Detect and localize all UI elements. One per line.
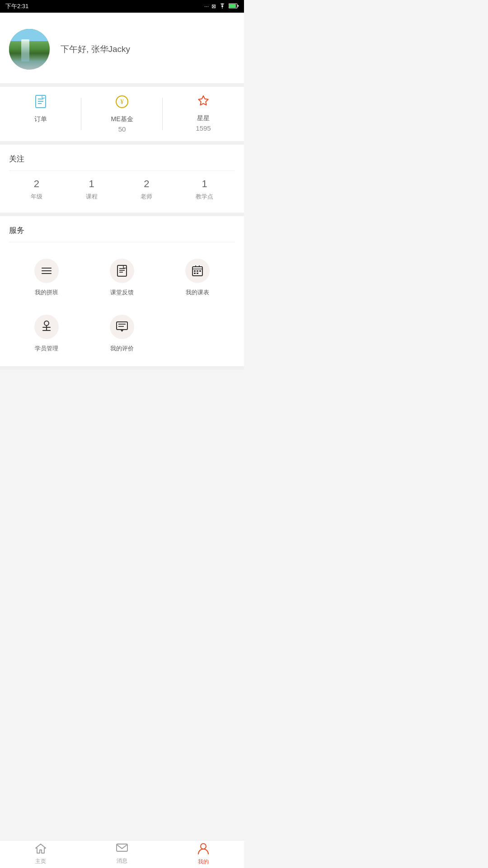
- service-feedback[interactable]: 课堂反馈: [84, 250, 160, 306]
- feedback-label: 课堂反馈: [110, 288, 134, 297]
- teacher-label: 老师: [141, 193, 152, 201]
- feedback-icon: [117, 265, 127, 277]
- svg-rect-2: [238, 5, 239, 7]
- feedback-icon-wrap: [110, 259, 134, 283]
- battery-icon: [229, 3, 239, 10]
- schedule-icon-wrap: [185, 259, 210, 283]
- fund-value: 50: [118, 125, 126, 133]
- bottom-spacer: [0, 370, 244, 401]
- status-time: 下午2:31: [5, 2, 28, 10]
- grade-count: 2: [34, 178, 39, 190]
- service-pinban[interactable]: 我的拼班: [9, 250, 84, 306]
- order-icon: [34, 95, 47, 112]
- greeting-text: 下午好, 张华Jacky: [61, 43, 130, 55]
- stats-row: 订单 ¥ ME基金 50 星星 1595: [0, 83, 244, 141]
- student-icon-wrap: [34, 315, 59, 339]
- school-count: 1: [202, 178, 207, 190]
- svg-rect-30: [117, 322, 127, 330]
- student-label: 学员管理: [35, 344, 58, 353]
- student-icon: [41, 321, 52, 333]
- service-schedule[interactable]: 我的课表: [160, 250, 235, 306]
- star-label: 星星: [197, 114, 210, 123]
- follow-title: 关注: [9, 154, 235, 164]
- stat-fund[interactable]: ¥ ME基金 50: [81, 87, 163, 141]
- sim-icon: ⊠: [211, 3, 216, 9]
- svg-rect-20: [194, 270, 196, 272]
- grade-label: 年级: [31, 193, 42, 201]
- service-grid: 我的拼班 课堂反馈: [9, 250, 235, 362]
- svg-rect-23: [194, 273, 196, 274]
- dots-icon: ···: [204, 3, 209, 9]
- divider-2: [0, 212, 244, 216]
- avatar[interactable]: [9, 29, 50, 70]
- star-icon: [197, 95, 210, 111]
- school-label: 教学点: [196, 193, 213, 201]
- pinban-icon-wrap: [34, 259, 59, 283]
- service-student[interactable]: 学员管理: [9, 306, 84, 362]
- wifi-icon: [219, 3, 226, 10]
- divider-3: [0, 366, 244, 370]
- pinban-icon: [41, 266, 52, 275]
- teacher-count: 2: [144, 178, 149, 190]
- svg-rect-22: [199, 270, 201, 272]
- review-label: 我的评价: [110, 344, 134, 353]
- svg-rect-21: [197, 270, 198, 272]
- follow-section: 关注 2 年级 1 课程 2 老师 1 教学点: [0, 145, 244, 212]
- svg-rect-1: [229, 4, 236, 8]
- status-bar: 下午2:31 ··· ⊠: [0, 0, 244, 13]
- svg-rect-24: [197, 273, 198, 274]
- star-value: 1595: [196, 124, 211, 132]
- schedule-icon: [192, 265, 203, 276]
- follow-item-school[interactable]: 1 教学点: [196, 178, 213, 201]
- follow-line: [9, 170, 235, 171]
- svg-rect-12: [117, 265, 127, 276]
- follow-item-teacher[interactable]: 2 老师: [141, 178, 152, 201]
- status-icons: ··· ⊠: [204, 3, 239, 10]
- schedule-label: 我的课表: [186, 288, 209, 297]
- course-label: 课程: [86, 193, 98, 201]
- svg-point-25: [44, 321, 49, 326]
- follow-item-grade[interactable]: 2 年级: [31, 178, 42, 201]
- fund-label: ME基金: [111, 115, 133, 123]
- service-title: 服务: [9, 225, 235, 236]
- service-review[interactable]: 我的评价: [84, 306, 160, 362]
- review-icon-wrap: [110, 315, 134, 339]
- divider-1: [0, 141, 244, 145]
- review-icon: [116, 321, 128, 332]
- service-section: 服务 我的拼班: [0, 216, 244, 366]
- course-count: 1: [89, 178, 94, 190]
- svg-text:¥: ¥: [121, 99, 124, 105]
- profile-section: 下午好, 张华Jacky: [0, 13, 244, 83]
- stat-order[interactable]: 订单: [0, 87, 81, 141]
- order-label: 订单: [34, 115, 47, 123]
- follow-item-course[interactable]: 1 课程: [86, 178, 98, 201]
- stat-star[interactable]: 星星 1595: [163, 87, 244, 141]
- follow-grid: 2 年级 1 课程 2 老师 1 教学点: [9, 178, 235, 208]
- service-line: [9, 242, 235, 242]
- pinban-label: 我的拼班: [35, 288, 58, 297]
- fund-icon: ¥: [115, 95, 129, 112]
